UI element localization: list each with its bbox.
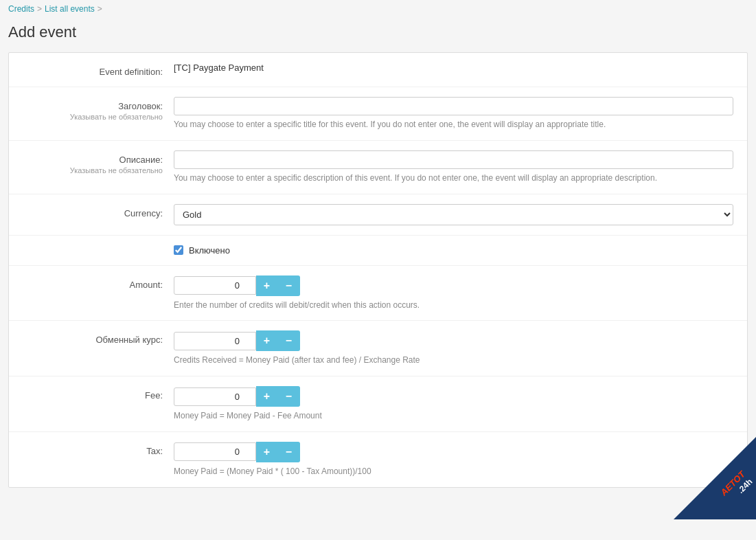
description-label: Описание: Указывать не обязательно (23, 150, 174, 175)
exchange-rate-minus-button[interactable]: − (278, 330, 300, 351)
exchange-rate-row: Обменный курс: + − Credits Received = Mo… (9, 321, 747, 376)
fee-row: Fee: + − Money Paid = Money Paid - Fee A… (9, 376, 747, 432)
tax-row: Tax: + − Money Paid = (Money Paid * ( 10… (9, 432, 747, 487)
tax-label: Tax: (23, 442, 174, 456)
tax-plus-button[interactable]: + (256, 442, 278, 462)
amount-row: Amount: + − Enter the number of credits … (9, 266, 747, 322)
breadcrumb: Credits > List all events > (0, 0, 756, 18)
page-title: Add event (0, 18, 756, 52)
exchange-rate-field: + − Credits Received = Money Paid (after… (174, 330, 733, 366)
event-definition-field: [TC] Paygate Payment (174, 63, 733, 73)
exchange-rate-input-group: + − (174, 330, 311, 351)
title-row: Заголовок: Указывать не обязательно You … (9, 87, 747, 141)
title-field: You may choose to enter a specific title… (174, 97, 733, 131)
tax-minus-button[interactable]: − (278, 442, 300, 462)
amount-input-group: + − (174, 275, 311, 296)
enabled-checkbox[interactable] (174, 245, 183, 255)
fee-field: + − Money Paid = Money Paid - Fee Amount (174, 386, 733, 422)
amount-label: Amount: (23, 275, 174, 290)
currency-label: Currency: (23, 204, 174, 218)
enabled-row: Включено (9, 236, 747, 266)
description-sublabel: Указывать не обязательно (23, 166, 163, 175)
tax-field: + − Money Paid = (Money Paid * ( 100 - T… (174, 442, 733, 477)
title-help-text: You may choose to enter a specific title… (174, 119, 733, 131)
add-event-form: Event definition: [TC] Paygate Payment З… (8, 52, 748, 488)
title-label: Заголовок: Указывать не обязательно (23, 97, 174, 121)
enabled-checkbox-row: Включено (174, 245, 733, 256)
enabled-label: Включено (189, 245, 230, 256)
description-help-text: You may choose to enter a specific descr… (174, 172, 733, 184)
fee-minus-button[interactable]: − (278, 386, 300, 407)
breadcrumb-list-events-link[interactable]: List all events (45, 4, 95, 14)
amount-minus-button[interactable]: − (278, 275, 300, 296)
event-definition-row: Event definition: [TC] Paygate Payment (9, 53, 747, 87)
description-field: You may choose to enter a specific descr… (174, 150, 733, 184)
fee-label: Fee: (23, 386, 174, 401)
fee-plus-button[interactable]: + (256, 386, 278, 407)
breadcrumb-sep2: > (98, 4, 102, 14)
breadcrumb-credits-link[interactable]: Credits (8, 4, 34, 14)
tax-help-text: Money Paid = (Money Paid * ( 100 - Tax A… (174, 466, 733, 477)
title-sublabel: Указывать не обязательно (23, 113, 163, 121)
enabled-field: Включено (174, 245, 733, 256)
event-definition-label: Event definition: (23, 63, 174, 77)
fee-input-group: + − (174, 386, 311, 407)
fee-help-text: Money Paid = Money Paid - Fee Amount (174, 410, 733, 422)
currency-row: Currency: Gold Silver Bronze (9, 194, 747, 236)
description-row: Описание: Указывать не обязательно You m… (9, 141, 747, 194)
exchange-rate-help-text: Credits Received = Money Paid (after tax… (174, 355, 733, 366)
exchange-rate-input[interactable] (174, 332, 256, 350)
title-input[interactable] (174, 97, 733, 115)
event-definition-value: [TC] Paygate Payment (174, 63, 264, 73)
fee-input[interactable] (174, 387, 256, 406)
amount-field: + − Enter the number of credits will deb… (174, 275, 733, 311)
amount-help-text: Enter the number of credits will debit/c… (174, 300, 733, 311)
currency-select[interactable]: Gold Silver Bronze (174, 204, 733, 225)
exchange-rate-plus-button[interactable]: + (256, 330, 278, 351)
exchange-rate-label: Обменный курс: (23, 330, 174, 345)
enabled-label-spacer (23, 245, 174, 249)
amount-input[interactable] (174, 276, 256, 295)
amount-plus-button[interactable]: + (256, 275, 278, 296)
tax-input-group: + − (174, 442, 311, 462)
currency-field: Gold Silver Bronze (174, 204, 733, 225)
tax-input[interactable] (174, 442, 256, 461)
breadcrumb-sep1: > (37, 4, 42, 14)
description-input[interactable] (174, 150, 733, 169)
